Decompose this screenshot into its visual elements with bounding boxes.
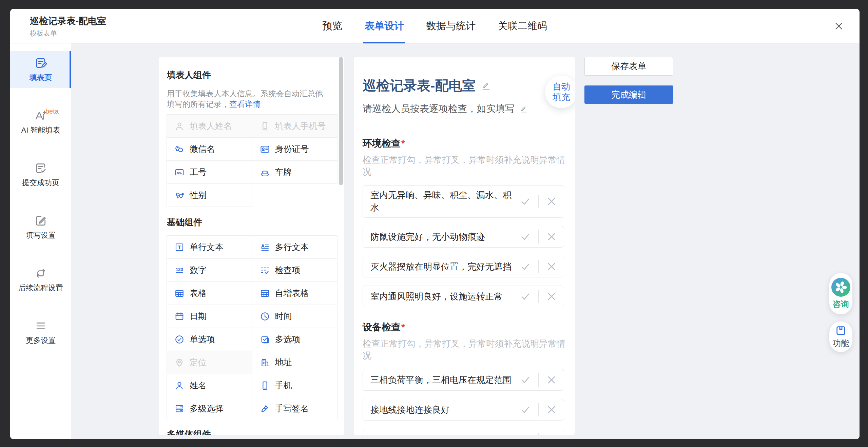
cross-icon[interactable] xyxy=(545,231,558,243)
panel-section-title: 多媒体组件 xyxy=(167,428,337,435)
component-item[interactable]: 手机 xyxy=(252,374,338,397)
close-icon[interactable] xyxy=(833,20,845,32)
component-item-label: 手机 xyxy=(275,380,292,391)
panel-scrollbar[interactable] xyxy=(339,57,343,185)
finish-edit-button[interactable]: 完成编辑 xyxy=(584,85,673,104)
sidebar-item-0[interactable]: 填表页 xyxy=(10,51,71,88)
tab-0[interactable]: 预览 xyxy=(323,9,342,43)
component-item[interactable]: 手写签名 xyxy=(252,397,338,420)
cross-icon[interactable] xyxy=(545,195,558,208)
sidebar-item-label: 后续流程设置 xyxy=(18,283,63,293)
table-icon xyxy=(260,288,270,298)
component-item-label: 自增表格 xyxy=(275,288,309,299)
radio-icon xyxy=(174,334,185,345)
checklist-item-text: 灭火器摆放在明显位置，完好无遮挡 xyxy=(363,257,519,276)
square-pencil-icon xyxy=(34,214,47,227)
form-title: 巡检记录表-配电室 xyxy=(363,78,476,93)
divider xyxy=(538,373,539,387)
svg-text:NO.: NO. xyxy=(177,171,182,174)
edit-title-icon[interactable] xyxy=(481,80,491,91)
cross-icon[interactable] xyxy=(545,404,558,416)
autofill-label-line1: 自动 xyxy=(553,81,570,92)
sidebar-item-5[interactable]: 更多设置 xyxy=(10,314,71,351)
sidebar: 填表页AI 智能填表beta提交成功页填写设置后续流程设置更多设置 xyxy=(10,43,71,439)
tab-2[interactable]: 数据与统计 xyxy=(426,9,476,43)
clock-icon xyxy=(260,311,270,322)
checklist-item: 防鼠设施完好，无小动物痕迹 xyxy=(363,226,564,248)
component-item[interactable]: 微信名 xyxy=(167,137,252,161)
form-designer-window: 巡检记录表-配电室 模板表单 预览表单设计数据与统计关联二维码 填表页AI 智能… xyxy=(10,9,860,439)
feature-book-icon xyxy=(835,325,847,336)
cascade-icon xyxy=(174,404,185,414)
checklist-item: 室内通风照明良好，设施运转正常 xyxy=(363,286,564,307)
component-item-label: 填表人手机号 xyxy=(275,120,326,132)
component-item[interactable]: 日期 xyxy=(167,305,252,328)
window-subtitle: 模板表单 xyxy=(30,29,106,38)
divider xyxy=(538,433,539,435)
window-title: 巡检记录表-配电室 xyxy=(30,16,106,26)
feature-button[interactable]: 功能 xyxy=(829,322,852,352)
check-icon[interactable] xyxy=(519,290,532,303)
view-details-link[interactable]: 查看详情 xyxy=(229,100,261,109)
phone-icon xyxy=(260,121,270,131)
check-icon[interactable] xyxy=(519,433,532,435)
cross-icon[interactable] xyxy=(545,260,558,273)
check-icon[interactable] xyxy=(519,260,532,273)
sidebar-item-4[interactable]: 后续流程设置 xyxy=(10,261,71,298)
component-item-label: 多级选择 xyxy=(190,403,224,414)
checklist-item: 三相负荷平衡，三相电压在规定范围 xyxy=(363,369,564,391)
sidebar-item-label: 更多设置 xyxy=(26,335,56,346)
person-icon xyxy=(174,381,185,391)
edit-description-icon[interactable] xyxy=(519,104,528,113)
component-item[interactable]: 时间 xyxy=(252,305,338,328)
divider xyxy=(538,195,539,208)
location-icon xyxy=(174,357,185,368)
svg-text:123: 123 xyxy=(176,267,183,272)
checklist-item: 室内无异响、异味、积尘、漏水、积水 xyxy=(363,185,564,218)
save-form-button[interactable]: 保存表单 xyxy=(584,57,673,76)
checklist-item-text: 三相负荷平衡，三相电压在规定范围 xyxy=(363,370,519,390)
component-item[interactable]: 地址 xyxy=(252,351,338,374)
component-item[interactable]: NO.工号 xyxy=(167,160,252,184)
component-item[interactable]: 表格 xyxy=(167,281,252,305)
beta-badge: beta xyxy=(45,108,59,115)
sidebar-item-2[interactable]: 提交成功页 xyxy=(10,156,71,193)
component-item[interactable]: 单行文本 xyxy=(167,235,252,259)
check-icon[interactable] xyxy=(519,404,532,416)
cross-icon[interactable] xyxy=(545,290,558,303)
sidebar-item-1[interactable]: AI 智能填表beta xyxy=(10,103,71,141)
cross-icon[interactable] xyxy=(545,374,558,386)
car-icon xyxy=(260,167,270,177)
component-item-label: 多选项 xyxy=(275,334,301,345)
panel-section-description: 用于收集填表人本人信息。系统会自动汇总他填写的所有记录，查看详情 xyxy=(167,89,326,110)
component-item[interactable]: 自增表格 xyxy=(252,281,338,305)
autofill-button[interactable]: 自动 填充 xyxy=(545,76,575,108)
tab-3[interactable]: 关联二维码 xyxy=(498,9,547,43)
sidebar-item-3[interactable]: 填写设置 xyxy=(10,209,71,246)
component-item[interactable]: 多选项 xyxy=(252,328,338,351)
component-item-label: 单行文本 xyxy=(190,241,224,253)
check-icon[interactable] xyxy=(519,195,532,208)
check-icon[interactable] xyxy=(519,231,532,243)
component-item[interactable]: 多级选择 xyxy=(167,397,252,420)
checklist-item-text: 接地线接地连接良好 xyxy=(363,400,519,420)
component-item[interactable]: 多行文本 xyxy=(252,235,338,259)
autofill-label-line2: 填充 xyxy=(553,92,570,102)
component-item[interactable]: 性别 xyxy=(167,183,252,207)
checklist-item-text: 室内无异响、异味、积尘、漏水、积水 xyxy=(363,186,519,217)
main-area: 填表人组件用于收集填表人本人信息。系统会自动汇总他填写的所有记录，查看详情填表人… xyxy=(71,43,860,439)
tab-1[interactable]: 表单设计 xyxy=(365,9,404,43)
component-item[interactable]: 123数字 xyxy=(167,258,252,282)
component-item[interactable]: 车牌 xyxy=(252,160,338,184)
component-item[interactable]: 检查项 xyxy=(252,258,338,282)
component-item[interactable]: 姓名 xyxy=(167,374,252,397)
consult-button[interactable]: 咨询 xyxy=(829,273,852,314)
window-body: 填表页AI 智能填表beta提交成功页填写设置后续流程设置更多设置 填表人组件用… xyxy=(10,43,860,439)
number-icon: NO. xyxy=(174,167,185,177)
cross-icon[interactable] xyxy=(545,433,558,435)
checklist-item-text: 电容补偿正常，无异响异味 xyxy=(363,430,519,435)
text-icon xyxy=(174,242,185,252)
component-item[interactable]: 身份证号 xyxy=(252,137,338,161)
component-item[interactable]: 单选项 xyxy=(167,328,252,351)
check-icon[interactable] xyxy=(519,374,532,386)
